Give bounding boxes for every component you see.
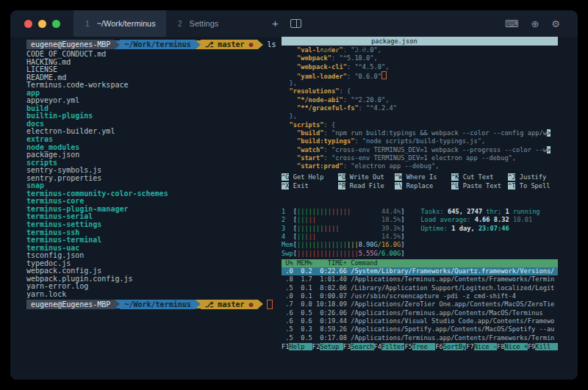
process-row[interactable]: .5 0.1 8:02.06 /Library/Application Supp… (282, 284, 558, 292)
fkey-button[interactable]: F1Help (282, 343, 312, 350)
directory-item: extras (26, 136, 278, 144)
process-row[interactable]: .0 0.1 0:00.07 /usr/sbin/screencapture -… (282, 292, 558, 300)
shell-pane[interactable]: eugene@Eugenes-MBP ~/Work/terminus ⎇ mas… (26, 39, 278, 377)
htop-function-keys: F1Help F2Setup F3SearchF4FilterF5Tree F6… (282, 342, 558, 351)
fkey-number: F3 (343, 343, 351, 350)
git-branch-name: master (218, 40, 248, 48)
globe-icon[interactable]: ⊕ (531, 18, 539, 29)
fkey-number: F5 (404, 343, 412, 350)
nano-shortcut[interactable]: ^G Get Help (282, 173, 338, 181)
nano-line: }, (282, 79, 558, 87)
tab-work-terminus[interactable]: 1 ~/Work/terminus (74, 10, 166, 37)
fkey-button[interactable]: F4Filter (374, 343, 405, 350)
shortcut-key: ^O (338, 173, 345, 181)
nano-shortcut[interactable]: ^X Exit (282, 182, 338, 190)
powerline-arrow (115, 300, 120, 308)
fkey-label: Nice - (474, 343, 497, 350)
shortcut-label: Paste Text (459, 182, 501, 189)
fkey-number: F2 (312, 343, 320, 350)
fkey-button[interactable]: F3Search (343, 343, 374, 350)
fkey-button[interactable]: F5Tree (404, 343, 435, 350)
process-row[interactable]: .5 0.3 8:59.26 /Applications/Spotify.app… (282, 325, 558, 333)
tab-index: 1 (85, 20, 90, 28)
htop-process-header: U% MEM% TIME+ Command (282, 259, 558, 267)
process-row[interactable]: .8 1.7 1:01.40 /Applications/Terminus.ap… (282, 275, 558, 284)
fkey-button[interactable]: F7Nice - (466, 343, 497, 350)
powerline-arrow (258, 40, 263, 49)
maximize-button[interactable] (52, 20, 60, 28)
fkey-button[interactable]: F8Nice + (497, 343, 528, 350)
fkey-button[interactable]: F9Kill (528, 343, 558, 350)
shortcut-label: Replace (402, 182, 433, 189)
nano-line: "build:typings": "node scripts/build-typ… (282, 137, 558, 145)
tab-settings[interactable]: 2 Settings (166, 10, 259, 37)
cpu-mem-meter: 4 [||||| 14.5%] (282, 233, 404, 241)
process-row[interactable]: .7 0.0 10:18.09 /Applications/ZeroTier O… (282, 300, 558, 308)
shortcut-label: Get Help (289, 173, 323, 181)
keyboard-icon[interactable]: ⌨ (505, 18, 519, 29)
ls-output: CODE_OF_CONDUCT.mdHACKING.mdLICENSEREADM… (26, 51, 278, 299)
new-tab-button[interactable]: + (272, 10, 279, 37)
nano-shortcut[interactable]: ^T To Spell (508, 182, 558, 190)
nano-line: "**/graceful-fs": "^4.2.4" (282, 104, 558, 112)
shortcut-label: Where Is (402, 173, 437, 181)
tab-index: 2 (178, 20, 182, 28)
nano-shortcut[interactable]: ^R Read File (338, 182, 395, 190)
window-controls (10, 20, 74, 28)
fkey-label: SortBy (443, 343, 466, 350)
file-item: package.json (26, 151, 278, 159)
file-item: sentry.properties (26, 175, 278, 183)
shortcut-key: ^U (451, 182, 459, 189)
fkey-label: Tree (412, 343, 435, 350)
nano-shortcut[interactable]: ^W Where Is (395, 173, 451, 181)
git-branch-icon: ⎇ (201, 300, 218, 308)
htop-stat-line: Tasks: 645, 2747 thr; 1 running (420, 208, 539, 216)
fkey-number: F6 (435, 343, 442, 350)
split-pane-icon[interactable] (290, 19, 301, 28)
cpu-mem-meter: Mem[||||||||||||||||8.90G/16.0G] (282, 241, 404, 249)
process-row[interactable]: .0 0.2 0:22.66 /System/Library/Framework… (282, 267, 558, 275)
nano-filename: package.json (371, 37, 417, 46)
cpu-mem-meter: 3 [||||||||||| 39.3%] (282, 225, 404, 233)
shortcut-key: ^W (395, 173, 402, 181)
directory-item: terminus-settings (26, 221, 278, 229)
nano-editor: "val-loader": "3.0.0", "webpack": "^5.18… (282, 46, 558, 170)
terminal-window: 1 ~/Work/terminus 2 Settings + ⌨ ⊕ ⚙ eug… (10, 10, 578, 380)
tab-label: Settings (190, 19, 219, 28)
fkey-button[interactable]: F6SortBy (435, 343, 466, 350)
nano-line: "webpack": "^5.18.0", (282, 54, 558, 62)
tab-label: ~/Work/terminus (97, 19, 156, 28)
nano-line: "resolutions": { (282, 87, 558, 95)
nano-line: "webpack-cli": "^4.5.0", (282, 63, 558, 71)
prompt-git-branch: ⎇ master ● (201, 300, 258, 309)
nano-shortcut[interactable]: ^U Paste Text (451, 182, 508, 190)
nano-shortcuts: ^G Get Help^O Write Out^W Where Is^K Cut… (282, 173, 558, 190)
tab-bar: 1 ~/Work/terminus 2 Settings + ⌨ ⊕ ⚙ (10, 10, 578, 37)
gear-icon[interactable]: ⚙ (551, 18, 560, 29)
nano-shortcut[interactable]: ^K Cut Text (451, 173, 508, 181)
process-row[interactable]: .6 0.6 0:19.44 /Applications/Visual Stud… (282, 317, 558, 325)
file-item: HACKING.md (26, 59, 278, 67)
fkey-number: F4 (374, 343, 381, 350)
git-dirty-icon: ● (249, 300, 258, 308)
powerline-arrow (258, 300, 263, 308)
shortcut-label: To Spell (515, 182, 550, 189)
fkey-number: F9 (528, 343, 535, 350)
file-item: CODE_OF_CONDUCT.md (26, 51, 278, 59)
process-row[interactable]: .6 0.5 0:26.06 /Applications/Terminus.ap… (282, 309, 558, 317)
shortcut-label: Justify (515, 173, 546, 181)
nano-shortcut[interactable]: ^J Justify (508, 173, 558, 181)
nano-htop-pane[interactable]: GNU nano 4.5 package.json "val-loader": … (282, 37, 558, 380)
nano-shortcut[interactable]: ^\ Replace (395, 182, 451, 190)
close-button[interactable] (24, 20, 32, 28)
fkey-button[interactable]: F2Setup (312, 343, 343, 350)
nano-shortcut[interactable]: ^O Write Out (338, 173, 395, 181)
process-row[interactable]: .5 0.5 0:17.08 /Applications/Terminus.ap… (282, 334, 558, 342)
nano-line: "*/node-abi": "^2.20.0", (282, 96, 558, 104)
git-dirty-icon: ● (249, 40, 258, 48)
nano-shortcut-row: ^X Exit^R Read File^\ Replace^U Paste Te… (282, 182, 558, 190)
htop-process-list: .0 0.2 0:22.66 /System/Library/Framework… (282, 267, 558, 342)
minimize-button[interactable] (38, 20, 46, 28)
nano-line: "build": "npm run build:typings && webpa… (282, 129, 558, 137)
directory-item: builtin-plugins (26, 112, 278, 120)
